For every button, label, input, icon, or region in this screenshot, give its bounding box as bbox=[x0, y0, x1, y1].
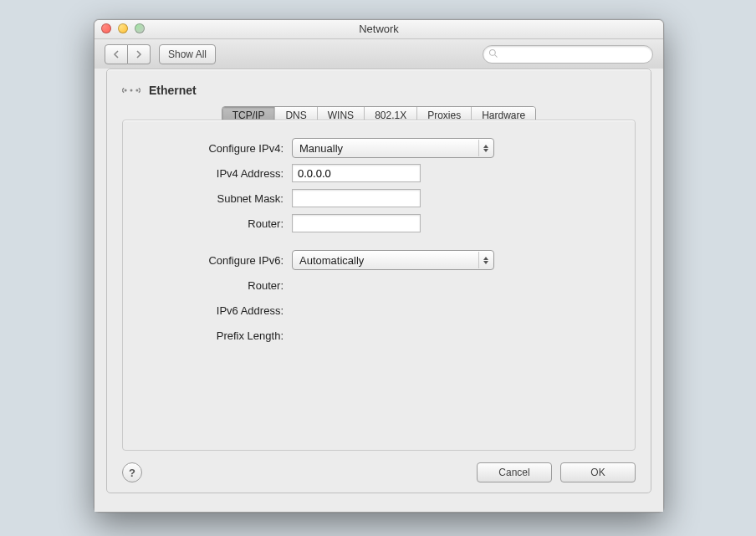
nav-segment bbox=[105, 44, 151, 64]
svg-point-4 bbox=[135, 89, 138, 91]
ipv4-address-input[interactable] bbox=[292, 164, 421, 182]
search-input[interactable] bbox=[483, 45, 653, 64]
svg-point-2 bbox=[125, 89, 127, 91]
svg-point-0 bbox=[490, 50, 496, 56]
label-router-ipv6: Router: bbox=[143, 279, 292, 292]
ethernet-icon bbox=[122, 81, 140, 100]
select-stepper-icon bbox=[478, 252, 493, 268]
router-ipv4-input[interactable] bbox=[292, 214, 421, 232]
label-configure-ipv4: Configure IPv4: bbox=[143, 142, 292, 155]
search-field-wrap bbox=[483, 45, 653, 64]
back-button[interactable] bbox=[105, 44, 128, 64]
subnet-mask-input[interactable] bbox=[292, 189, 421, 207]
label-configure-ipv6: Configure IPv6: bbox=[143, 254, 292, 267]
sheet-title: Ethernet bbox=[149, 84, 197, 97]
label-subnet-mask: Subnet Mask: bbox=[143, 192, 292, 205]
configure-ipv6-value: Automatically bbox=[293, 254, 382, 267]
select-stepper-icon bbox=[478, 140, 493, 156]
preferences-window: Network Show All Location: Automatic Wi-… bbox=[94, 19, 664, 513]
configure-ipv4-select[interactable]: Manually bbox=[292, 138, 494, 158]
search-icon bbox=[488, 48, 498, 59]
ok-button[interactable]: OK bbox=[560, 462, 636, 482]
toolbar: Show All bbox=[94, 39, 663, 70]
configure-ipv4-value: Manually bbox=[293, 142, 361, 155]
sheet-header: Ethernet bbox=[122, 81, 636, 100]
configure-ipv6-select[interactable]: Automatically bbox=[292, 250, 494, 270]
svg-line-1 bbox=[495, 55, 498, 58]
advanced-sheet: Ethernet TCP/IP DNS WINS 802.1X Proxies … bbox=[106, 69, 651, 493]
chevron-left-icon bbox=[113, 50, 120, 59]
label-ipv6-address: IPv6 Address: bbox=[143, 304, 292, 317]
label-ipv4-address: IPv4 Address: bbox=[143, 167, 292, 180]
window-title: Network bbox=[94, 20, 663, 38]
show-all-button[interactable]: Show All bbox=[159, 44, 216, 64]
help-button[interactable]: ? bbox=[122, 462, 142, 482]
label-prefix-length: Prefix Length: bbox=[143, 329, 292, 342]
tcpip-panel: Configure IPv4: Manually IPv4 Address: bbox=[122, 120, 636, 451]
svg-point-3 bbox=[130, 89, 132, 91]
body: Location: Automatic Wi-Fi Status: Cable … bbox=[94, 69, 663, 512]
forward-button[interactable] bbox=[128, 44, 151, 64]
label-router-ipv4: Router: bbox=[143, 217, 292, 230]
cancel-button[interactable]: Cancel bbox=[477, 462, 552, 482]
chevron-right-icon bbox=[135, 50, 142, 59]
sheet-footer: ? Cancel OK bbox=[122, 462, 636, 482]
titlebar: Network bbox=[94, 20, 663, 39]
